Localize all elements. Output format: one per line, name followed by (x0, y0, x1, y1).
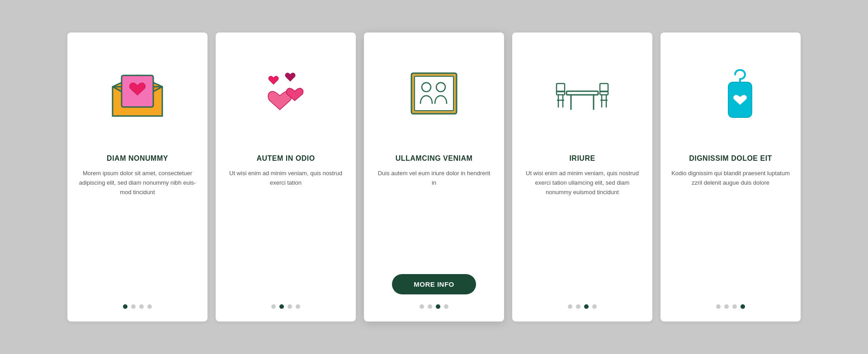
dot (271, 304, 276, 309)
door-hanger-icon (701, 66, 760, 125)
dot (139, 304, 144, 309)
dot (428, 304, 432, 309)
table-chairs-icon (553, 66, 612, 125)
card-2-dots (271, 304, 300, 309)
dot (568, 304, 572, 309)
dot (420, 304, 424, 309)
dot (576, 304, 580, 309)
dot (592, 304, 597, 309)
dot (147, 304, 152, 309)
dot (288, 304, 292, 309)
card-couple-photo: ULLAMCING VENIAM Duis autem vel eum iriu… (364, 33, 504, 321)
dot-active (584, 304, 589, 309)
dot-active (123, 304, 127, 309)
card-hearts: AUTEM IN ODIO Ut wisi enim ad minim veni… (216, 33, 356, 321)
card-4-title: IRIURE (569, 154, 595, 163)
couple-photo-icon (405, 66, 463, 125)
card-love-letter: DIAM NONUMMY Morem ipsum dolor sit amet,… (67, 33, 208, 321)
card-5-dots (716, 304, 745, 309)
card-3-text: Duis autem vel eum iriure dolor in hendr… (375, 169, 493, 266)
card-2-title: AUTEM IN ODIO (256, 154, 315, 163)
dot (724, 304, 729, 309)
dot (732, 304, 737, 309)
dot-active (741, 304, 745, 309)
svg-rect-4 (415, 76, 453, 111)
card-3-dots (420, 304, 448, 309)
card-4-dots (568, 304, 597, 309)
card-4-icon-area (523, 46, 642, 145)
card-5-title: DIGNISSIM DOLOE EIT (689, 154, 772, 163)
dot-active (279, 304, 284, 309)
dot-active (436, 304, 440, 309)
cards-container: DIAM NONUMMY Morem ipsum dolor sit amet,… (0, 14, 868, 340)
card-1-title: DIAM NONUMMY (107, 154, 168, 163)
card-1-dots (123, 304, 152, 309)
card-4-text: Ut wisi enim ad minim veniam, quis nostr… (523, 169, 642, 294)
card-table-chairs: IRIURE Ut wisi enim ad minim veniam, qui… (512, 33, 652, 321)
hearts-icon (256, 66, 315, 125)
card-5-text: Kodio dignissim qui blandit praesent lup… (671, 169, 790, 294)
more-info-button[interactable]: MORE INFO (392, 274, 476, 294)
svg-rect-19 (600, 84, 608, 92)
card-3-icon-area (375, 46, 493, 145)
dot (716, 304, 721, 309)
card-1-text: Morem ipsum dolor sit amet, consectetuer… (78, 169, 197, 294)
card-door-hanger: DIGNISSIM DOLOE EIT Kodio dignissim qui … (660, 33, 801, 321)
card-2-text: Ut wisi enim ad minim veniam, quis nostr… (226, 169, 345, 294)
dot (296, 304, 300, 309)
card-2-icon-area (226, 46, 345, 145)
card-3-title: ULLAMCING VENIAM (396, 154, 473, 163)
card-5-icon-area (671, 46, 790, 145)
dot (131, 304, 136, 309)
love-letter-icon (108, 66, 167, 125)
card-1-icon-area (78, 46, 197, 145)
svg-rect-14 (557, 84, 565, 92)
dot (444, 304, 448, 309)
